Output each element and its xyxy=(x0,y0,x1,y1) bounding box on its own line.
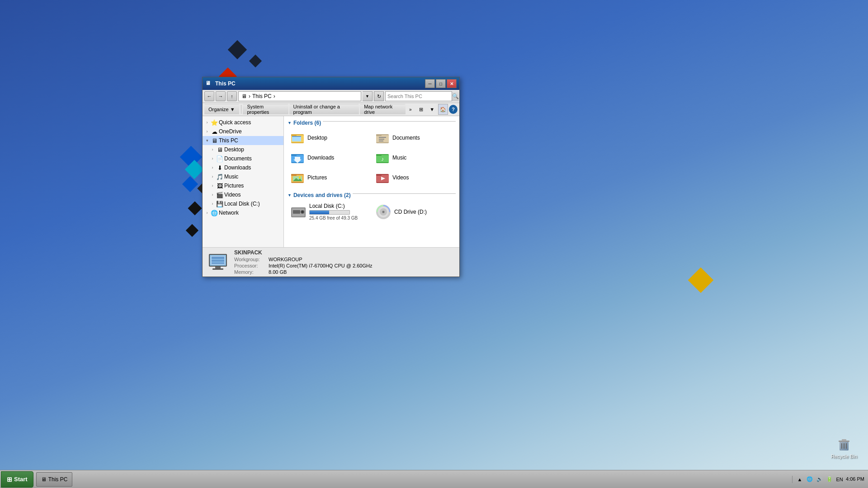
system-properties-button[interactable]: System properties xyxy=(243,104,288,115)
folder-pictures-icon xyxy=(290,170,305,185)
view-icon-button[interactable]: ⊞ xyxy=(416,104,426,115)
svg-rect-27 xyxy=(376,174,382,176)
local-disk-progress-fill xyxy=(310,211,329,214)
sidebar-item-documents[interactable]: › 📄 Documents xyxy=(208,154,283,163)
drives-grid: Local Disk (C:) 25.4 GB free of 49.3 GB xyxy=(288,201,456,222)
search-submit-button[interactable]: 🔍 xyxy=(452,91,459,101)
sidebar-item-music[interactable]: › 🎵 Music xyxy=(208,172,283,181)
tray-language-icon[interactable]: EN xyxy=(836,476,843,483)
folders-divider xyxy=(323,121,456,122)
minimize-button[interactable]: ─ xyxy=(425,79,435,88)
folder-documents[interactable]: Documents xyxy=(373,129,456,147)
documents-label: Documents xyxy=(224,155,252,162)
memory-label: Memory: xyxy=(234,269,266,275)
sidebar-item-network[interactable]: › 🌐 Network xyxy=(203,208,283,217)
up-button[interactable]: ↑ xyxy=(227,91,237,101)
processor-value: Intel(R) Core(TM) i7-6700HQ CPU @ 2.60GH… xyxy=(269,263,372,268)
view-dropdown-button[interactable]: ▼ xyxy=(427,104,437,115)
sidebar-item-onedrive[interactable]: › ☁ OneDrive xyxy=(203,127,283,136)
sidebar-item-downloads[interactable]: › ⬇ Downloads xyxy=(208,163,283,172)
search-input[interactable] xyxy=(386,94,452,99)
recycle-bin-label: Recycle Bin xyxy=(831,454,857,459)
tray-battery-icon[interactable]: 🔋 xyxy=(826,476,833,483)
organize-arrow: ▼ xyxy=(230,107,235,112)
svg-rect-41 xyxy=(215,267,221,268)
svg-text:♪: ♪ xyxy=(381,156,384,162)
videos-icon: 🎬 xyxy=(216,191,223,198)
toolbar: Organize ▼ System properties Uninstall o… xyxy=(203,103,459,116)
folders-section-title: Folders (6) xyxy=(293,120,321,126)
onedrive-icon: ☁ xyxy=(211,128,218,135)
sidebar-item-quick-access[interactable]: › ⭐ Quick access xyxy=(203,118,283,127)
window-title: This PC xyxy=(215,80,236,87)
start-button[interactable]: ⊞ Start xyxy=(1,471,33,488)
organize-button[interactable]: Organize ▼ xyxy=(204,104,239,115)
tray-network-icon[interactable]: 🌐 xyxy=(806,476,813,483)
recycle-bin-image xyxy=(835,435,853,453)
window-icon: 🖥 xyxy=(205,80,212,87)
desktop-folder-icon: 🖥 xyxy=(216,146,223,153)
expand-arrow-this-pc: ▾ xyxy=(204,138,210,143)
downloads-label: Downloads xyxy=(224,164,251,171)
address-bar: ← → ↑ 🖥 › This PC › ▼ ↻ 🔍 xyxy=(203,90,459,103)
back-button[interactable]: ← xyxy=(204,91,214,101)
uninstall-label: Uninstall or change a program xyxy=(293,104,355,115)
folder-music[interactable]: ♪ Music xyxy=(373,149,456,167)
workgroup-label: Workgroup: xyxy=(234,257,266,262)
properties-button[interactable]: 🏠 xyxy=(438,104,448,115)
path-separator: › xyxy=(249,93,250,99)
address-path[interactable]: 🖥 › This PC › xyxy=(238,91,361,101)
sidebar-item-pictures[interactable]: › 🖼 Pictures xyxy=(208,181,283,190)
folder-pictures[interactable]: Pictures xyxy=(288,169,371,187)
close-button[interactable]: ✕ xyxy=(447,79,457,88)
folder-downloads[interactable]: Downloads xyxy=(288,149,371,167)
expand-arrow-desktop: › xyxy=(210,147,215,152)
drives-section-title: Devices and drives (2) xyxy=(293,192,351,198)
tray-chevron-icon[interactable]: ▲ xyxy=(796,476,803,483)
taskbar-window-label: This PC xyxy=(48,476,68,483)
drives-divider xyxy=(353,193,456,194)
folders-section-header[interactable]: Folders (6) xyxy=(288,120,456,126)
folder-videos[interactable]: Videos xyxy=(373,169,456,187)
recycle-bin-icon[interactable]: Recycle Bin xyxy=(829,433,859,461)
svg-rect-50 xyxy=(842,439,846,441)
cd-drive-icon xyxy=(375,204,392,220)
organize-label: Organize xyxy=(208,107,229,112)
local-disk-icon: 💾 xyxy=(216,200,223,207)
sidebar: › ⭐ Quick access › ☁ OneDrive ▾ 🖥 This P… xyxy=(203,116,284,247)
this-pc-label: This PC xyxy=(219,137,238,144)
toolbar-more-button[interactable]: » xyxy=(406,104,414,115)
sidebar-item-local-disk[interactable]: › 💾 Local Disk (C:) xyxy=(208,199,283,208)
help-button[interactable]: ? xyxy=(449,105,458,114)
svg-rect-31 xyxy=(293,210,300,214)
network-icon: 🌐 xyxy=(211,209,218,216)
sidebar-item-desktop[interactable]: › 🖥 Desktop xyxy=(208,145,283,154)
svg-rect-7 xyxy=(376,134,382,136)
drive-local-disk[interactable]: Local Disk (C:) 25.4 GB free of 49.3 GB xyxy=(288,201,371,222)
local-disk-free-space: 25.4 GB free of 49.3 GB xyxy=(309,216,358,221)
map-drive-button[interactable]: Map network drive xyxy=(360,104,406,115)
address-dropdown[interactable]: ▼ xyxy=(363,91,373,101)
local-disk-label: Local Disk (C:) xyxy=(224,201,260,207)
system-clock[interactable]: 4:06 PM xyxy=(846,476,864,482)
folder-documents-icon xyxy=(375,131,390,145)
tray-sound-icon[interactable]: 🔊 xyxy=(816,476,823,483)
toolbar-separator-1 xyxy=(241,105,241,114)
maximize-button[interactable]: □ xyxy=(436,79,446,88)
path-separator2: › xyxy=(274,93,275,99)
music-label: Music xyxy=(224,174,238,180)
sidebar-item-this-pc[interactable]: ▾ 🖥 This PC xyxy=(203,136,283,145)
drive-cd[interactable]: CD Drive (D:) xyxy=(373,201,456,222)
folder-desktop[interactable]: Desktop xyxy=(288,129,371,147)
path-icon: 🖥 xyxy=(241,93,247,99)
onedrive-label: OneDrive xyxy=(219,128,242,135)
drives-section-header[interactable]: Devices and drives (2) xyxy=(288,192,456,198)
uninstall-button[interactable]: Uninstall or change a program xyxy=(289,104,359,115)
forward-button[interactable]: → xyxy=(216,91,226,101)
workgroup-value: WORKGROUP xyxy=(269,257,302,262)
refresh-button[interactable]: ↻ xyxy=(374,91,384,101)
path-this-pc: This PC xyxy=(252,93,272,99)
map-drive-label: Map network drive xyxy=(364,104,401,115)
sidebar-item-videos[interactable]: › 🎬 Videos xyxy=(208,190,283,199)
taskbar-window-item[interactable]: 🖥 This PC xyxy=(36,472,73,487)
